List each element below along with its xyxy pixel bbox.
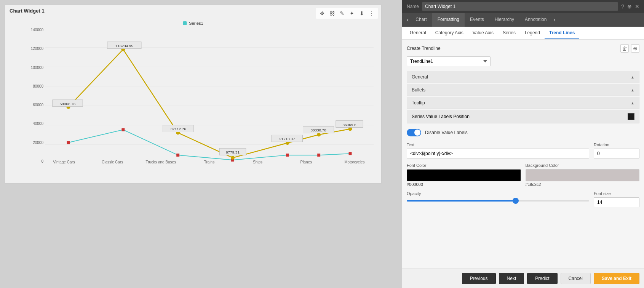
tab-events[interactable]: Events xyxy=(465,13,489,27)
font-color-label: Font Color xyxy=(407,163,521,168)
panel-tabs-row: ‹ Chart Formatting Events Hierarchy Anno… xyxy=(402,13,644,27)
subtab-general[interactable]: General xyxy=(405,27,431,39)
chart-area: 0 20000 40000 60000 80000 100000 120000 … xyxy=(20,28,374,164)
expand-icon[interactable]: ⊕ xyxy=(627,3,632,10)
background-color-swatch[interactable] xyxy=(526,169,640,181)
y-axis-labels: 0 20000 40000 60000 80000 100000 120000 … xyxy=(20,28,45,164)
x-label: Ships xyxy=(239,160,277,164)
font-color-swatch[interactable] xyxy=(407,169,521,181)
tab-annotation[interactable]: Annotation xyxy=(519,13,552,27)
text-rotation-row: Text Rotation xyxy=(407,142,639,158)
subtab-series[interactable]: Series xyxy=(498,27,520,39)
close-icon[interactable]: ✕ xyxy=(635,3,639,10)
text-label: Text xyxy=(407,142,589,147)
svg-rect-13 xyxy=(317,154,320,157)
rotation-group: Rotation xyxy=(594,142,639,158)
trendline-select[interactable]: TrendLine1 xyxy=(407,56,491,66)
toggle-knob xyxy=(414,130,420,136)
section-bullets-label: Bullets xyxy=(412,87,425,93)
rotation-input[interactable] xyxy=(594,149,639,158)
svg-text:36069.6: 36069.6 xyxy=(343,123,356,127)
font-color-group: Font Color #000000 xyxy=(407,163,521,187)
color-row: Font Color #000000 Background Color #c9c… xyxy=(407,163,639,187)
disable-value-labels-toggle[interactable] xyxy=(407,129,421,136)
panel-footer: Previous Next Predict Cancel Save and Ex… xyxy=(402,269,644,288)
tab-hierarchy[interactable]: Hierarchy xyxy=(489,13,519,27)
y-label: 80000 xyxy=(20,84,45,88)
right-panel: Name ? ⊕ ✕ ‹ Chart Formatting Events Hie… xyxy=(402,0,644,288)
delete-trendline-btn[interactable]: 🗑 xyxy=(620,44,629,53)
svg-rect-10 xyxy=(176,154,179,157)
svg-text:32112.76: 32112.76 xyxy=(170,127,186,131)
x-label: Trucks and Buses xyxy=(142,160,180,164)
opacity-group: Opacity xyxy=(407,191,589,207)
background-color-label: Background Color xyxy=(526,163,640,168)
series-value-labels-position[interactable]: Series Value Labels Position xyxy=(407,110,639,123)
svg-rect-8 xyxy=(67,141,70,144)
move-icon[interactable]: ✥ xyxy=(318,9,326,18)
link-icon[interactable]: ⛓ xyxy=(328,9,336,18)
more-options-icon[interactable]: ⋮ xyxy=(368,9,376,18)
cancel-button[interactable]: Cancel xyxy=(561,273,591,284)
y-label: 0 xyxy=(20,159,45,163)
text-group: Text xyxy=(407,142,589,158)
chart-widget: Chart Widget 1 ✥ ⛓ ✎ ✦ ⬇ ⋮ Series1 0 200… xyxy=(5,5,382,184)
svg-text:30330.78: 30330.78 xyxy=(311,128,327,132)
opacity-slider-container xyxy=(407,197,589,203)
font-size-input[interactable] xyxy=(594,197,639,207)
text-input[interactable] xyxy=(407,149,589,158)
opacity-fontsize-row: Opacity Font size xyxy=(407,191,639,207)
y-label: 120000 xyxy=(20,46,45,51)
tabs-left-arrow[interactable]: ‹ xyxy=(405,13,410,26)
subtab-trend-lines[interactable]: Trend Lines xyxy=(545,27,579,39)
svg-text:116234.95: 116234.95 xyxy=(115,44,133,48)
predict-button[interactable]: Predict xyxy=(527,273,557,284)
trendline-select-row: TrendLine1 xyxy=(407,56,639,66)
legend-dot-series1 xyxy=(183,21,187,25)
series-value-swatch xyxy=(628,113,634,120)
filter-icon[interactable]: ✦ xyxy=(348,9,356,18)
widget-name-input[interactable] xyxy=(422,2,618,11)
section-bullets[interactable]: Bullets ▲ xyxy=(407,84,639,96)
section-tooltip-label: Tooltip xyxy=(412,100,425,106)
create-trendline-label: Create Trendline xyxy=(407,46,441,51)
y-label: 40000 xyxy=(20,122,45,126)
tabs-right-arrow[interactable]: › xyxy=(552,13,557,26)
subtab-category-axis[interactable]: Category Axis xyxy=(431,27,468,39)
section-general-label: General xyxy=(412,74,428,80)
subtab-value-axis[interactable]: Value Axis xyxy=(468,27,498,39)
x-label: Classic Cars xyxy=(93,160,131,164)
sub-tabs-row: General Category Axis Value Axis Series … xyxy=(402,27,644,40)
next-button[interactable]: Next xyxy=(499,273,524,284)
add-trendline-btn[interactable]: ⊕ xyxy=(631,44,639,53)
font-size-label: Font size xyxy=(594,191,639,196)
subtab-legend[interactable]: Legend xyxy=(520,27,545,39)
save-exit-button[interactable]: Save and Exit xyxy=(594,273,639,284)
trendline-icons: 🗑 ⊕ xyxy=(620,44,639,53)
svg-text:21713.37: 21713.37 xyxy=(279,137,295,141)
tab-chart[interactable]: Chart xyxy=(410,13,432,27)
previous-button[interactable]: Previous xyxy=(462,273,496,284)
help-icon[interactable]: ? xyxy=(621,3,624,10)
edit-icon[interactable]: ✎ xyxy=(338,9,346,18)
svg-rect-12 xyxy=(286,154,289,157)
x-label: Planes xyxy=(287,160,325,164)
svg-rect-9 xyxy=(121,128,125,131)
background-color-group: Background Color #c9c2c2 xyxy=(526,163,640,187)
y-label: 60000 xyxy=(20,103,45,107)
name-label: Name xyxy=(407,4,419,9)
chart-svg-area: 59068.76 116234.95 32112.76 6779.31 2171… xyxy=(45,28,374,164)
series-value-labels-label: Series Value Labels Position xyxy=(412,114,470,119)
section-general[interactable]: General ▲ xyxy=(407,71,639,83)
section-tooltip[interactable]: Tooltip ▲ xyxy=(407,97,639,109)
download-icon[interactable]: ⬇ xyxy=(358,9,366,18)
chart-title: Chart Widget 1 xyxy=(10,8,45,14)
x-label: Vintage Cars xyxy=(45,160,83,164)
tab-formatting[interactable]: Formatting xyxy=(432,13,465,27)
opacity-label: Opacity xyxy=(407,191,589,196)
background-color-value: #c9c2c2 xyxy=(526,182,640,187)
opacity-slider[interactable] xyxy=(407,200,589,202)
section-general-chevron: ▲ xyxy=(631,75,634,79)
section-tooltip-chevron: ▲ xyxy=(631,101,634,105)
panel-header: Name ? ⊕ ✕ xyxy=(402,0,644,13)
